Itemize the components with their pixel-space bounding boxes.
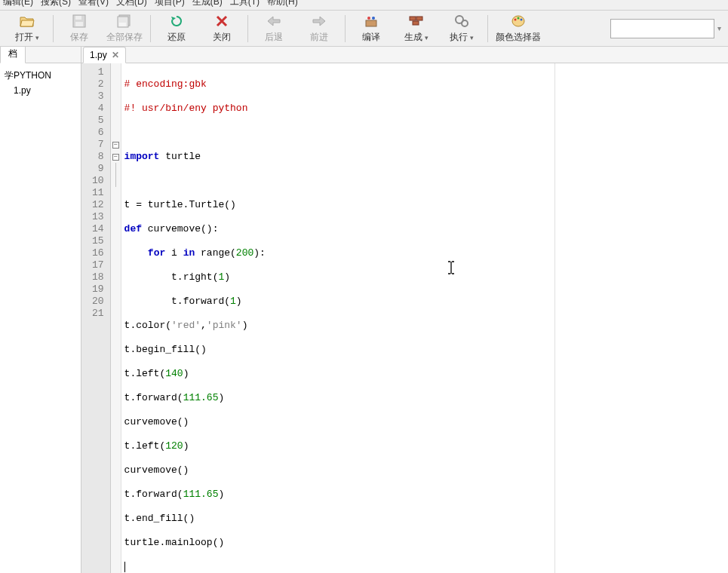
menu-item[interactable]: 文档(D)	[116, 0, 147, 8]
brick-icon	[408, 13, 425, 29]
search-dropdown-icon[interactable]: ▾	[714, 24, 723, 32]
code-editor[interactable]: 1 2 3 4 5 6 7 8 9 10 11 12 13 14 15 16 1…	[81, 63, 728, 573]
colorpicker-button[interactable]: 颜色选择器	[491, 11, 545, 45]
save-button[interactable]: 保存	[57, 11, 102, 45]
editor-tab-1py[interactable]: 1.py ✕	[83, 47, 126, 63]
menu-item[interactable]: 帮助(H)	[267, 0, 298, 8]
editor-tab-label: 1.py	[90, 50, 107, 60]
compile-button[interactable]: 编译	[349, 11, 394, 45]
separator	[487, 15, 488, 42]
svg-point-15	[515, 19, 517, 21]
run-button[interactable]: 执行 ▾	[439, 11, 484, 45]
separator	[247, 15, 248, 42]
svg-rect-5	[119, 23, 126, 26]
compile-label: 编译	[362, 31, 380, 44]
menu-item[interactable]: 工具(T)	[230, 0, 260, 8]
open-label: 打开	[15, 32, 33, 42]
menu-item[interactable]: 生成(B)	[192, 0, 223, 8]
svg-rect-1	[75, 16, 81, 20]
dropdown-icon: ▾	[470, 34, 474, 41]
close-button[interactable]: 关闭	[199, 11, 244, 45]
back-label: 后退	[265, 31, 283, 44]
editor-tabstrip: 1.py ✕	[81, 47, 728, 63]
compile-icon	[363, 13, 379, 29]
separator	[53, 15, 54, 42]
tree-root[interactable]: 学PYTHON	[3, 68, 78, 84]
floppy-multi-icon	[116, 13, 133, 29]
search-input[interactable]	[610, 19, 714, 38]
dropdown-icon: ▾	[425, 34, 429, 41]
build-label: 生成	[404, 32, 422, 42]
tab-close-icon[interactable]: ✕	[112, 50, 119, 60]
forward-label: 前进	[310, 31, 328, 44]
fold-toggle-icon[interactable]: −	[112, 154, 119, 161]
menubar: 编辑(E) 搜索(S) 查看(V) 文档(D) 项目(P) 生成(B) 工具(T…	[0, 0, 728, 11]
arrow-right-icon	[311, 13, 327, 29]
editor-area: 1.py ✕ 1 2 3 4 5 6 7 8 9 10 11 12 13 14 …	[81, 47, 728, 573]
svg-point-7	[367, 17, 370, 20]
menu-item[interactable]: 项目(P)	[155, 0, 185, 8]
dropdown-icon: ▾	[35, 34, 39, 41]
menu-item[interactable]: 查看(V)	[78, 0, 109, 8]
gears-icon	[453, 13, 470, 29]
file-tree: 学PYTHON 1.py	[0, 63, 81, 102]
saveall-label: 全部保存	[106, 31, 143, 44]
revert-icon	[168, 13, 185, 29]
fold-toggle-icon[interactable]: −	[112, 142, 119, 149]
svg-point-16	[518, 17, 520, 20]
svg-point-8	[372, 17, 375, 20]
separator	[150, 15, 151, 42]
code-content[interactable]: # encoding:gbk #! usr/bin/eny python imp…	[121, 63, 554, 573]
line-number-gutter: 1 2 3 4 5 6 7 8 9 10 11 12 13 14 15 16 1…	[81, 63, 111, 573]
sidebar-tabs: 档	[0, 47, 81, 63]
svg-rect-11	[413, 21, 419, 25]
forward-button[interactable]: 前进	[296, 11, 342, 45]
arrow-left-icon	[266, 13, 282, 29]
svg-rect-10	[416, 17, 422, 20]
toolbar: 打开 ▾ 保存 全部保存 还原 关闭 后退 前进	[0, 11, 728, 47]
folder-open-icon	[19, 13, 35, 29]
svg-rect-9	[410, 17, 416, 20]
colorpicker-label: 颜色选择器	[496, 31, 541, 44]
sidebar: 档 学PYTHON 1.py	[0, 47, 81, 573]
main-body: 档 学PYTHON 1.py 1.py ✕ 1 2 3 4 5 6 7 8	[0, 47, 728, 573]
sidebar-tab-documents[interactable]: 档	[0, 47, 26, 63]
svg-point-13	[462, 20, 468, 26]
svg-rect-6	[366, 20, 376, 26]
save-label: 保存	[70, 31, 88, 44]
svg-rect-2	[75, 22, 83, 26]
open-button[interactable]: 打开 ▾	[5, 11, 50, 45]
close-label: 关闭	[213, 31, 231, 44]
menu-item[interactable]: 编辑(E)	[3, 0, 33, 8]
overview-panel	[554, 63, 728, 573]
menu-item[interactable]: 搜索(S)	[41, 0, 71, 8]
saveall-button[interactable]: 全部保存	[102, 11, 147, 45]
floppy-icon	[71, 13, 88, 29]
close-icon	[213, 13, 230, 29]
revert-label: 还原	[167, 31, 186, 44]
build-button[interactable]: 生成 ▾	[394, 11, 439, 45]
separator	[345, 15, 346, 42]
back-button[interactable]: 后退	[251, 11, 296, 45]
text-caret	[124, 562, 125, 572]
revert-button[interactable]: 还原	[154, 11, 199, 45]
svg-point-17	[521, 19, 523, 21]
tree-file[interactable]: 1.py	[3, 84, 78, 97]
run-label: 执行	[450, 32, 468, 42]
palette-icon	[510, 13, 527, 29]
fold-column: − −	[111, 63, 121, 573]
